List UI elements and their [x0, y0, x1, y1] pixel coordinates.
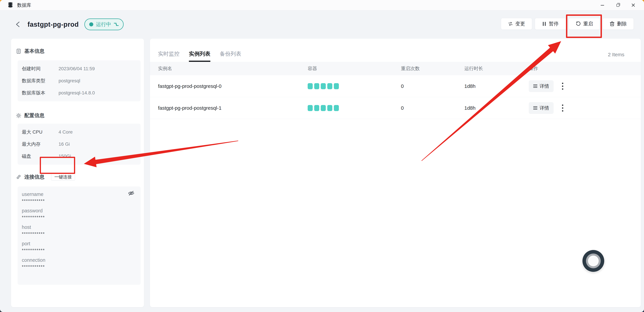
- minimize-button[interactable]: [595, 0, 610, 11]
- connection-info-header: 连接信息 一键连接: [16, 173, 144, 181]
- info-label: 数据库类型: [22, 78, 58, 84]
- restart-button[interactable]: 重启: [569, 18, 600, 30]
- table-row[interactable]: fastgpt-pg-prod-postgresql-0 0 1d8h 详情: [150, 75, 641, 97]
- status-dot-icon: [89, 22, 93, 26]
- change-button[interactable]: 变更: [501, 18, 532, 30]
- database-app-icon: [8, 2, 14, 9]
- activity-pulse-icon: [114, 22, 119, 27]
- one-click-connect-button[interactable]: 一键连接: [51, 173, 75, 181]
- pod-square: [327, 83, 332, 89]
- swap-arrows-icon: [508, 21, 513, 26]
- page-title: fastgpt-pg-prod: [28, 21, 79, 28]
- runtime: 1d8h: [464, 105, 529, 111]
- config-info-header: 配置信息: [16, 112, 144, 119]
- instance-name: fastgpt-pg-prod-postgresql-1: [150, 105, 308, 111]
- chevron-left-icon: [15, 21, 22, 28]
- credential-masked-value: ***********: [22, 198, 136, 204]
- tabs-row: 实时监控 实例列表 备份列表 2 Items: [150, 39, 641, 62]
- info-value: postgresql: [58, 78, 80, 83]
- pod-square: [334, 105, 339, 111]
- tab-backup-list[interactable]: 备份列表: [220, 50, 241, 62]
- detail-button-label: 详情: [540, 105, 549, 111]
- instances-main-panel: 实时监控 实例列表 备份列表 2 Items 实例名 容器 重启次数 运行时长 …: [150, 39, 641, 307]
- credential-label: password: [22, 208, 136, 214]
- detail-button[interactable]: 详情: [529, 80, 554, 92]
- tab-realtime-monitoring[interactable]: 实时监控: [158, 50, 180, 62]
- window-title: 数据库: [17, 2, 31, 9]
- info-value: 16 Gi: [58, 141, 70, 147]
- pod-status-squares: [308, 83, 401, 89]
- document-icon: [16, 49, 21, 54]
- pod-status-squares: [308, 105, 401, 111]
- restart-button-label: 重启: [583, 21, 593, 27]
- info-row: 磁盘 150Gi: [18, 150, 140, 162]
- toggle-secret-visibility-button[interactable]: [127, 189, 136, 198]
- pause-button-label: 暂停: [549, 21, 558, 27]
- close-icon: [632, 3, 635, 7]
- overview-sidebar: 基本信息 创建时间 2023/06/04 11:59 数据库类型 postgre…: [11, 39, 144, 307]
- column-instance-name: 实例名: [150, 65, 308, 72]
- column-restarts: 重启次数: [401, 65, 464, 72]
- detail-button-label: 详情: [540, 83, 549, 89]
- pause-button[interactable]: 暂停: [535, 18, 566, 30]
- delete-button[interactable]: 删除: [602, 18, 634, 30]
- pod-square: [327, 105, 332, 111]
- eye-off-icon: [127, 189, 135, 197]
- page-header: fastgpt-pg-prod 运行中: [15, 17, 124, 32]
- tab-instance-list[interactable]: 实例列表: [189, 50, 210, 62]
- column-runtime: 运行时长: [464, 65, 529, 72]
- credential-field: port ***********: [22, 241, 136, 253]
- restore-icon: [616, 4, 619, 7]
- instance-name: fastgpt-pg-prod-postgresql-0: [150, 83, 308, 89]
- credential-label: port: [22, 241, 136, 246]
- row-menu-kebab-icon[interactable]: [561, 82, 564, 91]
- config-info-title: 配置信息: [24, 112, 44, 119]
- credential-label: username: [22, 192, 136, 197]
- list-lines-icon: [533, 84, 537, 89]
- credential-masked-value: ***********: [22, 264, 136, 269]
- basic-info-title: 基本信息: [24, 48, 44, 55]
- close-button[interactable]: [626, 0, 641, 11]
- items-count: 2 Items: [608, 52, 624, 62]
- info-row: 数据库类型 postgresql: [18, 75, 140, 87]
- credential-field: username ***********: [22, 192, 136, 204]
- config-info-panel: 最大 CPU 4 Core 最大内存 16 Gi 磁盘 150Gi: [18, 124, 140, 165]
- info-value: 150Gi: [58, 153, 71, 159]
- pod-square: [308, 83, 313, 89]
- connection-info-panel: username *********** password **********…: [18, 187, 140, 285]
- status-badge[interactable]: 运行中: [84, 19, 124, 30]
- info-row: 最大内存 16 Gi: [18, 138, 140, 150]
- link-icon: [16, 174, 21, 180]
- window-titlebar: 数据库: [0, 0, 644, 11]
- info-value: 2023/06/04 11:59: [58, 66, 95, 71]
- pod-square: [334, 83, 339, 89]
- back-button[interactable]: [15, 19, 22, 29]
- info-row: 创建时间 2023/06/04 11:59: [18, 63, 140, 75]
- minimize-icon: [601, 5, 604, 6]
- restart-count: 0: [401, 83, 464, 89]
- row-menu-kebab-icon[interactable]: [561, 103, 564, 113]
- credential-field: connection ***********: [22, 257, 136, 269]
- credential-field: password ***********: [22, 208, 136, 220]
- info-value: postgresql-14.8.0: [58, 90, 95, 96]
- credential-field: host ***********: [22, 224, 136, 237]
- detail-button[interactable]: 详情: [529, 102, 554, 114]
- credential-masked-value: ***********: [22, 231, 136, 237]
- restore-button[interactable]: [610, 0, 626, 11]
- info-label: 最大 CPU: [22, 129, 58, 135]
- window-controls: [595, 0, 641, 11]
- trash-icon: [610, 21, 615, 27]
- info-row: 数据库版本 postgresql-14.8.0: [18, 87, 140, 99]
- pod-square: [321, 83, 326, 89]
- gear-icon: [16, 113, 21, 118]
- info-label: 数据库版本: [22, 90, 58, 96]
- info-label: 创建时间: [22, 66, 58, 72]
- info-value: 4 Core: [58, 129, 73, 135]
- credential-label: host: [22, 224, 136, 230]
- app-window: 数据库 fastgpt-pg-prod 运行中 变更: [0, 0, 644, 312]
- tabs: 实时监控 实例列表 备份列表: [158, 50, 250, 62]
- restart-count: 0: [401, 105, 464, 111]
- table-row[interactable]: fastgpt-pg-prod-postgresql-1 0 1d8h 详情: [150, 97, 641, 119]
- credential-label: connection: [22, 257, 136, 263]
- status-label: 运行中: [96, 21, 111, 28]
